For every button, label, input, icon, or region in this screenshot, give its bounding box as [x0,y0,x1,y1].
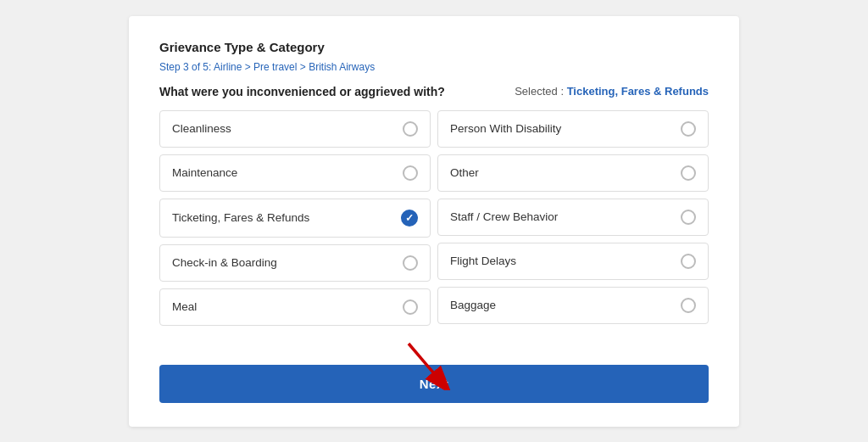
option-cleanliness[interactable]: Cleanliness [159,110,431,148]
breadcrumb-airline-name[interactable]: British Airways [309,61,375,73]
svg-line-1 [409,344,442,383]
options-right: Person With Disability Other Staff / Cre… [437,110,709,326]
selected-indicator: Selected : Ticketing, Fares & Refunds [515,85,709,98]
option-label-maintenance: Maintenance [172,166,237,179]
options-grid: Cleanliness Maintenance Ticketing, Fares… [159,110,709,326]
option-label-ticketing: Ticketing, Fares & Refunds [172,211,309,224]
option-label-checkin: Check-in & Boarding [172,256,277,269]
option-label-cleanliness: Cleanliness [172,122,231,135]
breadcrumb-pretravel[interactable]: Pre travel [253,61,297,73]
card-title: Grievance Type & Category [159,40,709,54]
option-maintenance[interactable]: Maintenance [159,154,431,192]
radio-other [681,165,696,181]
radio-maintenance [403,165,418,181]
radio-checkin [403,255,418,271]
option-ticketing[interactable]: Ticketing, Fares & Refunds [159,199,431,238]
option-label-staff: Staff / Crew Behavior [450,210,558,223]
radio-disability [681,121,696,137]
option-disability[interactable]: Person With Disability [437,110,709,148]
breadcrumb-airline[interactable]: Airline [214,61,242,73]
arrow-container [159,339,709,365]
grievance-card: Grievance Type & Category Step 3 of 5: A… [129,16,739,427]
option-meal[interactable]: Meal [159,288,431,326]
step-label: Step 3 of 5: [159,61,211,73]
option-label-meal: Meal [172,300,197,313]
radio-baggage [681,298,696,313]
option-baggage[interactable]: Baggage [437,287,709,324]
option-staff[interactable]: Staff / Crew Behavior [437,199,709,236]
option-label-flight-delays: Flight Delays [450,255,516,267]
option-flight-delays[interactable]: Flight Delays [437,243,709,280]
radio-ticketing-checked [401,210,418,227]
radio-staff [681,210,696,225]
breadcrumb-sep1: > [242,61,253,73]
breadcrumb-sep2: > [297,61,309,73]
option-label-disability: Person With Disability [450,122,561,135]
question-row: What were you inconvenienced or aggrieve… [159,85,709,98]
arrow-icon [400,339,468,390]
option-label-baggage: Baggage [450,299,496,311]
question-label: What were you inconvenienced or aggrieve… [159,85,445,98]
options-left: Cleanliness Maintenance Ticketing, Fares… [159,110,431,326]
option-label-other: Other [450,166,479,179]
option-checkin[interactable]: Check-in & Boarding [159,244,431,282]
breadcrumb: Step 3 of 5: Airline > Pre travel > Brit… [159,61,709,73]
selected-value: Ticketing, Fares & Refunds [567,85,709,98]
radio-flight-delays [681,254,696,269]
option-other[interactable]: Other [437,154,709,192]
radio-cleanliness [403,121,418,137]
selected-prefix: Selected : [515,85,564,98]
radio-meal [403,299,418,315]
